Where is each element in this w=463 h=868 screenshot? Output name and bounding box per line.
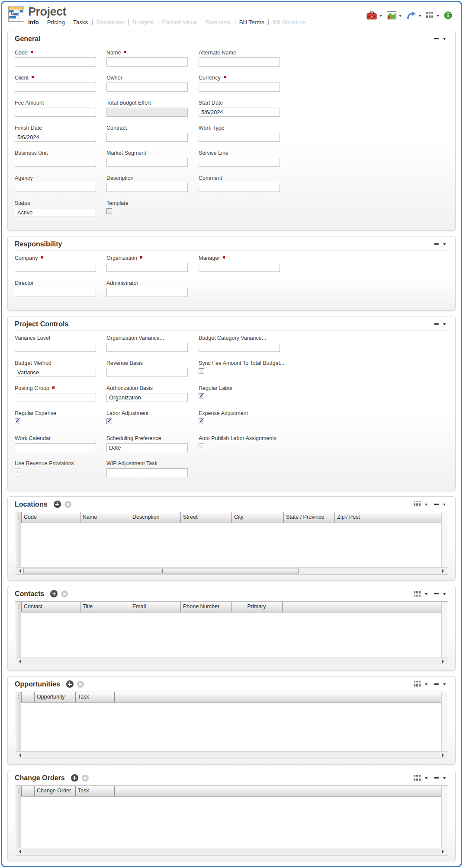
budget-category-variance-input[interactable] (199, 343, 280, 352)
add-row-icon[interactable] (71, 774, 78, 782)
company-input[interactable] (15, 263, 96, 272)
sync-fee-amount-checkbox[interactable] (199, 368, 204, 374)
code-input[interactable] (15, 57, 96, 67)
owner-input[interactable] (106, 83, 188, 92)
add-row-icon[interactable] (54, 501, 61, 508)
budget-method-input[interactable] (15, 368, 96, 377)
column-header[interactable]: Street (180, 512, 232, 523)
revenue-basis-input[interactable] (106, 368, 188, 377)
section-menu-icon[interactable] (443, 504, 446, 506)
toolbox-icon[interactable] (367, 11, 377, 20)
chevron-down-icon[interactable] (437, 15, 439, 17)
scroll-right-icon[interactable] (442, 850, 446, 853)
comment-input[interactable] (199, 183, 280, 192)
collapse-icon[interactable] (434, 243, 439, 245)
expense-adjustment-checkbox[interactable] (199, 418, 204, 424)
regular-expense-checkbox[interactable] (15, 418, 20, 424)
wip-adjustment-task-input[interactable] (106, 468, 188, 477)
section-menu-icon[interactable] (443, 777, 446, 779)
status-input[interactable] (15, 208, 96, 217)
delete-row-icon[interactable] (61, 590, 68, 597)
collapse-icon[interactable] (434, 777, 439, 779)
tab-bill-terms[interactable]: Bill Terms (239, 19, 264, 26)
chevron-down-icon[interactable] (379, 15, 382, 17)
section-menu-icon[interactable] (443, 323, 446, 326)
columns-icon[interactable] (414, 591, 421, 597)
add-row-icon[interactable] (66, 680, 74, 688)
administrator-input[interactable] (106, 288, 188, 297)
scroll-left-icon[interactable] (17, 660, 21, 663)
column-header[interactable]: City (232, 512, 283, 523)
variance-level-input[interactable] (15, 343, 96, 352)
labor-adjustment-checkbox[interactable] (106, 418, 112, 424)
chevron-down-icon[interactable] (425, 777, 428, 779)
chevron-down-icon[interactable] (425, 593, 428, 595)
scroll-right-icon[interactable] (442, 753, 446, 757)
scroll-left-icon[interactable] (17, 753, 21, 757)
columns-icon[interactable] (414, 681, 421, 687)
contract-input[interactable] (106, 133, 188, 142)
vertical-scrollbar[interactable] (441, 602, 448, 657)
alternate-name-input[interactable] (199, 57, 280, 67)
work-type-input[interactable] (199, 133, 280, 142)
vertical-scrollbar[interactable] (441, 786, 448, 848)
section-menu-icon[interactable] (443, 683, 446, 686)
chevron-down-icon[interactable] (425, 683, 428, 686)
scroll-right-icon[interactable] (442, 660, 446, 663)
currency-input[interactable] (199, 83, 280, 92)
scrollbar-thumb[interactable] (23, 568, 299, 574)
manager-input[interactable] (199, 263, 280, 272)
columns-icon[interactable] (414, 775, 421, 781)
name-input[interactable] (106, 57, 188, 67)
director-input[interactable] (15, 288, 96, 297)
tab-tasks[interactable]: Tasks (73, 19, 88, 26)
work-calendar-input[interactable] (15, 443, 96, 452)
scroll-right-icon[interactable] (442, 569, 446, 573)
finish-date-input[interactable] (15, 133, 96, 142)
column-header[interactable]: Email (130, 602, 180, 612)
regular-labor-checkbox[interactable] (199, 393, 204, 399)
columns-icon[interactable] (426, 12, 434, 19)
template-checkbox[interactable] (106, 208, 112, 214)
business-unit-input[interactable] (15, 158, 96, 167)
organization-input[interactable] (106, 263, 188, 272)
column-header[interactable]: Contact (21, 602, 80, 612)
organization-variance-input[interactable] (106, 343, 188, 352)
vertical-scrollbar[interactable] (441, 512, 448, 567)
fee-amount-input[interactable] (15, 108, 96, 117)
column-header[interactable]: Task (75, 786, 114, 796)
report-icon[interactable] (387, 11, 396, 19)
column-header[interactable]: Code (21, 512, 80, 523)
posting-group-input[interactable] (15, 393, 96, 402)
add-row-icon[interactable] (50, 590, 58, 597)
collapse-icon[interactable] (434, 38, 439, 39)
section-menu-icon[interactable] (443, 243, 446, 246)
scroll-left-icon[interactable] (17, 850, 21, 853)
column-header[interactable]: Title (80, 602, 130, 612)
column-header[interactable]: Name (80, 512, 130, 523)
info-icon[interactable] (444, 11, 452, 19)
chevron-down-icon[interactable] (425, 504, 428, 506)
scheduling-preference-input[interactable] (106, 443, 188, 452)
section-menu-icon[interactable] (443, 593, 446, 595)
column-header[interactable]: Zip / Post (334, 512, 441, 523)
client-input[interactable] (15, 83, 96, 92)
column-header[interactable]: Primary (232, 602, 282, 612)
vertical-scrollbar[interactable] (441, 692, 448, 751)
collapse-icon[interactable] (434, 504, 439, 505)
column-header[interactable]: Phone Number (180, 602, 232, 612)
delete-row-icon[interactable] (77, 681, 84, 688)
tab-info[interactable]: Info (28, 19, 39, 26)
chevron-down-icon[interactable] (399, 15, 402, 17)
authorization-basis-input[interactable] (106, 393, 188, 402)
chevron-down-icon[interactable] (419, 15, 421, 17)
auto-publish-labor-checkbox[interactable] (199, 444, 204, 449)
tab-pricing[interactable]: Pricing (47, 19, 65, 26)
column-header[interactable]: State / Province (283, 512, 334, 523)
column-header[interactable]: Change Order (34, 786, 75, 796)
collapse-icon[interactable] (434, 683, 439, 685)
collapse-icon[interactable] (434, 323, 439, 325)
description-input[interactable] (106, 183, 188, 192)
scroll-left-icon[interactable] (17, 569, 21, 573)
column-header[interactable]: Description (130, 512, 180, 523)
